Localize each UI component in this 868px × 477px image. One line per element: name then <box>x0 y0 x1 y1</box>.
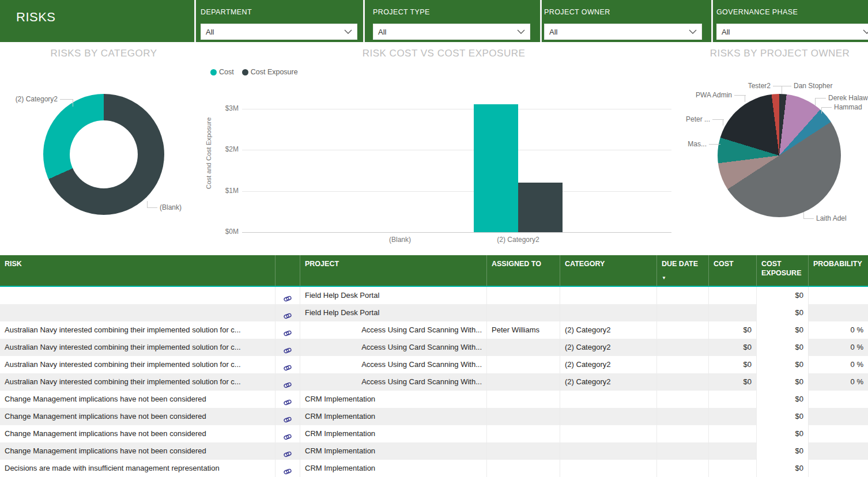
probability-cell <box>809 287 868 304</box>
filter-label: GOVERNANCE PHASE <box>716 8 798 16</box>
x-category-label: (2) Category2 <box>478 236 558 244</box>
pie-chart-title: RISKS BY PROJECT OWNER <box>692 48 868 59</box>
link-icon[interactable] <box>283 361 292 373</box>
pie-slice-label: PWA Admin <box>692 91 732 99</box>
column-header-due_date[interactable]: DUE DATE▼ <box>657 255 709 286</box>
department-dropdown[interactable]: All <box>201 24 357 40</box>
project-cell: Access Using Card Scanning With... <box>300 339 487 356</box>
cost-cell <box>709 460 757 477</box>
link-cell <box>276 425 300 442</box>
divider <box>711 0 713 42</box>
risks-dashboard: RISKS DEPARTMENT All PROJECT TYPE All PR… <box>0 0 868 477</box>
link-icon[interactable] <box>283 412 292 425</box>
legend-dot-cost-exposure <box>242 69 248 75</box>
leader-line <box>60 99 73 100</box>
table-row: Change Management implications have not … <box>0 442 868 460</box>
cost-cell <box>709 287 757 304</box>
due-date-cell <box>657 391 709 408</box>
probability-cell <box>809 304 868 321</box>
bar-cost-exposure-1[interactable] <box>518 183 563 232</box>
column-header-assigned_to[interactable]: ASSIGNED TO <box>487 255 560 286</box>
project-cell: Access Using Card Scanning With... <box>300 356 487 373</box>
column-header-risk[interactable]: RISK <box>0 255 276 286</box>
link-icon[interactable] <box>283 326 292 339</box>
category-cell: (2) Category2 <box>560 356 657 373</box>
category-cell <box>560 425 657 442</box>
cost-exposure-cell: $0 <box>757 391 809 408</box>
donut-label-blank: (Blank) <box>160 203 182 211</box>
assigned-to-cell <box>487 287 560 304</box>
category-cell <box>560 460 657 477</box>
legend-item-cost[interactable]: Cost <box>210 68 234 76</box>
probability-cell: 0 % <box>809 356 868 373</box>
cost-exposure-cell: $0 <box>757 460 809 477</box>
table-row: Change Management implications have not … <box>0 408 868 425</box>
link-icon[interactable] <box>283 309 292 321</box>
leader-line <box>821 107 832 108</box>
bar-chart-title: RISK COST VS COST EXPOSURE <box>248 48 640 59</box>
project-cell: CRM Implementation <box>300 391 487 408</box>
risk-cell: Change Management implications have not … <box>0 408 276 425</box>
link-icon[interactable] <box>283 464 292 477</box>
dropdown-value: All <box>206 28 214 36</box>
column-header-category[interactable]: CATEGORY <box>560 255 657 286</box>
table-row: Decisions are made with insufficient man… <box>0 460 868 477</box>
link-cell <box>276 442 300 460</box>
table-row: Change Management implications have not … <box>0 391 868 408</box>
divider <box>540 0 542 42</box>
leader-line <box>815 98 826 99</box>
column-header-link[interactable] <box>276 255 300 286</box>
pie-slice-label: Peter ... <box>680 115 710 123</box>
leader-line <box>712 119 724 120</box>
column-header-project[interactable]: PROJECT <box>300 255 487 286</box>
link-icon[interactable] <box>283 292 292 304</box>
leader-line <box>723 119 723 126</box>
donut-chart-title: RISKS BY CATEGORY <box>0 48 207 59</box>
probability-cell <box>809 408 868 425</box>
risk-cell: Australian Navy interested combining the… <box>0 321 276 339</box>
risk-cell: Australian Navy interested combining the… <box>0 339 276 356</box>
y-axis-title: Cost and Cost Exposure <box>205 118 212 190</box>
probability-cell <box>809 442 868 460</box>
column-header-cost[interactable]: COST <box>709 255 757 286</box>
column-header-cost_exposure[interactable]: COST EXPOSURE <box>757 255 809 286</box>
divider <box>363 0 365 42</box>
risks-by-project-owner-pie[interactable] <box>718 94 841 217</box>
link-icon[interactable] <box>283 447 292 460</box>
gridline-$3M <box>242 109 671 109</box>
link-icon[interactable] <box>283 343 292 356</box>
project-owner-dropdown[interactable]: All <box>544 24 702 40</box>
project-cell: Access Using Card Scanning With... <box>300 321 487 339</box>
table-body: Field Help Desk Portal$0Field Help Desk … <box>0 287 868 477</box>
due-date-cell <box>657 339 709 356</box>
probability-cell <box>809 460 868 477</box>
risks-by-category-donut[interactable] <box>43 94 164 215</box>
assigned-to-cell: Peter Williams <box>487 321 560 339</box>
due-date-cell <box>657 408 709 425</box>
bar-cost-1[interactable] <box>474 104 518 232</box>
cost-exposure-cell: $0 <box>757 408 809 425</box>
gridline-$2M <box>242 150 671 150</box>
project-type-dropdown[interactable]: All <box>373 24 530 40</box>
link-icon[interactable] <box>283 430 292 442</box>
link-icon[interactable] <box>283 378 292 391</box>
governance-phase-dropdown[interactable]: All <box>716 24 868 40</box>
table-row: Australian Navy interested combining the… <box>0 373 868 391</box>
gridline-$0M <box>242 232 671 233</box>
cost-cell <box>709 391 757 408</box>
link-icon[interactable] <box>283 395 292 408</box>
category-cell <box>560 391 657 408</box>
category-cell <box>560 287 657 304</box>
column-header-probability[interactable]: PROBABILITY <box>809 255 868 286</box>
bar-chart-legend: Cost Cost Exposure <box>210 68 298 76</box>
risks-table: RISKPROJECTASSIGNED TOCATEGORYDUE DATE▼C… <box>0 255 868 477</box>
cost-exposure-cell: $0 <box>757 339 809 356</box>
legend-item-cost-exposure[interactable]: Cost Exposure <box>242 68 298 76</box>
project-cell: CRM Implementation <box>300 460 487 477</box>
leader-line <box>73 99 73 107</box>
table-header-row: RISKPROJECTASSIGNED TOCATEGORYDUE DATE▼C… <box>0 255 868 287</box>
link-cell <box>276 408 300 425</box>
leader-line <box>745 95 745 102</box>
leader-line <box>821 107 822 113</box>
donut-hole <box>70 120 138 188</box>
